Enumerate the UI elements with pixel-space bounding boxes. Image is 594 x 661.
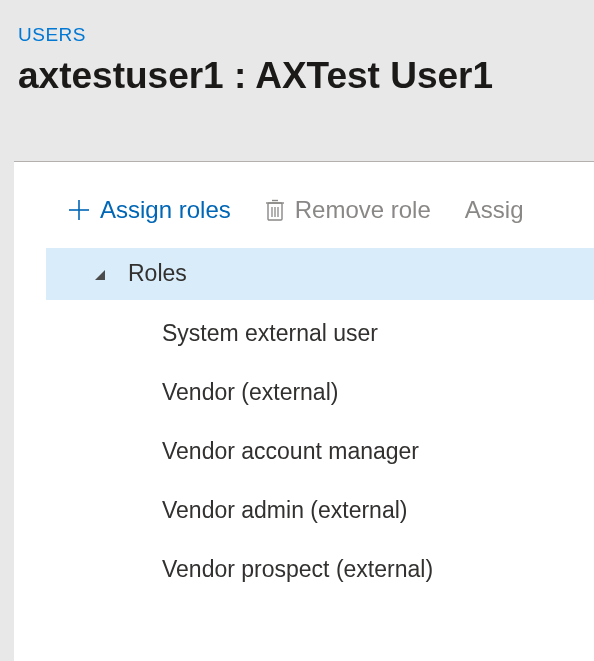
- breadcrumb-users[interactable]: USERS: [18, 24, 576, 46]
- roles-header-label: Roles: [128, 260, 187, 287]
- page-header: USERS axtestuser1 : AXTest User1: [0, 0, 594, 107]
- plus-icon: [68, 199, 90, 221]
- svg-marker-8: [95, 270, 105, 280]
- page-title: axtestuser1 : AXTest User1: [18, 56, 576, 97]
- assign-orgs-button-truncated[interactable]: Assig: [465, 196, 524, 224]
- role-item[interactable]: System external user: [46, 304, 594, 363]
- roles-header-row[interactable]: Roles: [46, 248, 594, 300]
- toolbar: Assign roles Remove role Assig: [14, 162, 594, 248]
- assign-orgs-label-truncated: Assig: [465, 196, 524, 224]
- roles-panel: Assign roles Remove role Assig Rol: [14, 161, 594, 661]
- role-item[interactable]: Vendor (external): [46, 363, 594, 422]
- role-list: System external user Vendor (external) V…: [46, 300, 594, 599]
- remove-role-button[interactable]: Remove role: [265, 196, 431, 224]
- assign-roles-label: Assign roles: [100, 196, 231, 224]
- roles-section: Roles System external user Vendor (exter…: [14, 248, 594, 599]
- remove-role-label: Remove role: [295, 196, 431, 224]
- role-item[interactable]: Vendor prospect (external): [46, 540, 594, 599]
- role-item[interactable]: Vendor admin (external): [46, 481, 594, 540]
- role-item[interactable]: Vendor account manager: [46, 422, 594, 481]
- trash-icon: [265, 198, 285, 222]
- collapse-icon: [94, 260, 106, 287]
- assign-roles-button[interactable]: Assign roles: [68, 196, 231, 224]
